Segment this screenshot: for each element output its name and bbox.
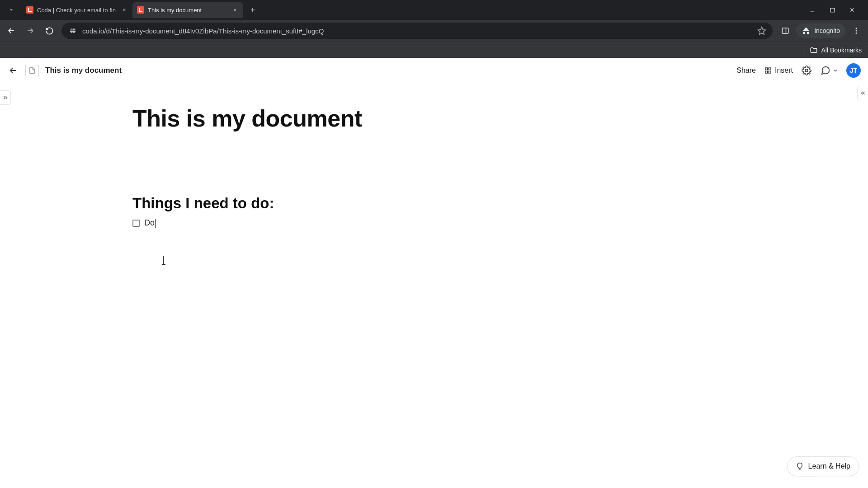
browser-tab[interactable]: This is my document — [132, 2, 243, 18]
coda-favicon-icon — [137, 6, 144, 14]
incognito-label: Incognito — [814, 27, 840, 34]
tab-strip: Coda | Check your email to fin This is m… — [0, 0, 868, 20]
browser-chrome: Coda | Check your email to fin This is m… — [0, 0, 868, 58]
back-button[interactable] — [5, 24, 18, 38]
site-info-icon[interactable] — [68, 26, 78, 36]
tab-title: This is my document — [148, 7, 228, 14]
tab-title: Coda | Check your email to fin — [37, 7, 117, 14]
folder-icon — [810, 46, 818, 54]
all-bookmarks-button[interactable]: All Bookmarks — [821, 47, 862, 54]
divider — [803, 46, 803, 55]
bookmarks-bar: All Bookmarks — [0, 42, 868, 58]
reload-button[interactable] — [42, 24, 56, 38]
svg-rect-1 — [782, 28, 788, 33]
close-tab-button[interactable] — [231, 6, 239, 14]
incognito-chip[interactable]: Incognito — [796, 23, 845, 38]
svg-point-3 — [856, 30, 857, 32]
url-text: coda.io/d/This-is-my-document_d84Iv0ZibP… — [82, 27, 753, 35]
tab-search-button[interactable] — [4, 3, 19, 17]
minimize-button[interactable] — [808, 6, 816, 14]
browser-menu-button[interactable] — [849, 23, 863, 38]
window-controls — [808, 6, 864, 14]
svg-point-2 — [856, 28, 857, 29]
browser-toolbar: coda.io/d/This-is-my-document_d84Iv0ZibP… — [0, 20, 868, 42]
incognito-icon — [802, 26, 811, 35]
toolbar-right: Incognito — [778, 23, 863, 38]
bookmark-star-icon[interactable] — [757, 26, 766, 35]
address-bar[interactable]: coda.io/d/This-is-my-document_d84Iv0ZibP… — [61, 23, 773, 39]
side-panel-button[interactable] — [778, 23, 793, 38]
browser-tab[interactable]: Coda | Check your email to fin — [22, 2, 132, 18]
forward-button[interactable] — [24, 24, 37, 38]
coda-favicon-icon — [26, 6, 33, 14]
svg-rect-0 — [830, 8, 835, 12]
new-tab-button[interactable] — [246, 3, 259, 17]
maximize-button[interactable] — [828, 6, 836, 14]
svg-point-4 — [856, 33, 857, 34]
close-tab-button[interactable] — [121, 6, 128, 14]
close-window-button[interactable] — [848, 6, 856, 14]
